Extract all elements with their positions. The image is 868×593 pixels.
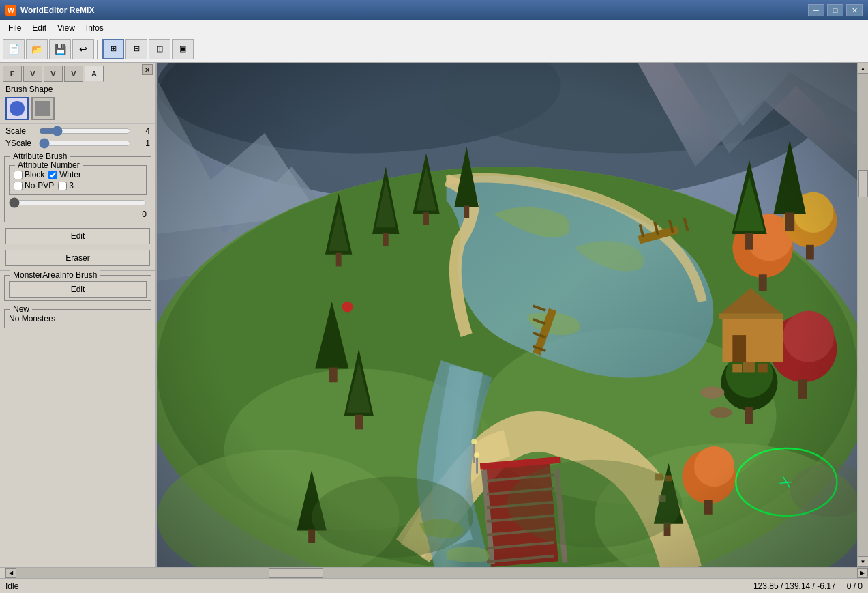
attribute-value-row: 0 — [9, 209, 147, 219]
toolbar: 📄 📂 💾 ↩ ⊞ ⊟ ◫ ▣ — [0, 35, 868, 63]
brush-square-icon — [35, 101, 50, 116]
status-bar: Idle 123.85 / 139.14 / -6.17 0 / 0 — [0, 578, 868, 593]
status-extra: 0 / 0 — [847, 581, 863, 591]
right-scrollbar: ▲ ▼ — [857, 63, 868, 567]
attribute-brush-label: Attribute Brush — [10, 151, 70, 161]
svg-rect-99 — [157, 63, 857, 567]
yscale-slider[interactable] — [39, 139, 131, 148]
tab-v1[interactable]: V — [23, 66, 42, 82]
attribute-number-label: Attribute Number — [15, 160, 83, 170]
side-panel: ✕ F V V V A Brush Shape Scale — [0, 63, 157, 567]
scroll-right-arrow[interactable]: ▶ — [857, 568, 868, 578]
nopvp-checkbox-label[interactable]: No-PVP — [14, 181, 54, 190]
status-idle: Idle — [5, 581, 18, 591]
undo-button[interactable]: ↩ — [72, 39, 94, 59]
new-group-label: New — [10, 304, 32, 314]
attribute-slider[interactable] — [9, 198, 147, 207]
tab-row: F V V V A — [0, 63, 155, 82]
scroll-track[interactable] — [858, 74, 868, 556]
toolbar-mode-group: ⊞ ⊟ ◫ ▣ — [102, 39, 194, 59]
tab-f[interactable]: F — [3, 66, 22, 82]
yscale-slider-row: YScale 1 — [5, 139, 150, 148]
slider-section: Scale 4 YScale 1 — [0, 124, 155, 154]
new-group: New No Monsters — [4, 309, 151, 328]
menu-view[interactable]: View — [52, 22, 80, 34]
block-checkbox[interactable] — [14, 171, 23, 179]
bottom-left-corner — [0, 568, 5, 578]
scroll-down-arrow[interactable]: ▼ — [858, 556, 869, 567]
h-scroll-thumb[interactable] — [269, 568, 323, 578]
open-button[interactable]: 📂 — [26, 39, 48, 59]
mode2-button[interactable]: ⊟ — [125, 39, 147, 59]
scroll-left-arrow[interactable]: ◀ — [5, 568, 16, 578]
title-bar-left: W WorldEditor ReMIX — [5, 5, 94, 16]
edit-button[interactable]: Edit — [5, 228, 150, 244]
monster-area-label: MonsterAreaInfo Brush — [10, 270, 100, 280]
block-label: Block — [25, 170, 44, 179]
yscale-value: 1 — [134, 139, 150, 148]
tab-a[interactable]: A — [85, 66, 104, 82]
attribute-brush-group: Attribute Brush Attribute Number Block W… — [4, 156, 151, 222]
mode3-button[interactable]: ◫ — [149, 39, 170, 59]
yscale-label: YScale — [5, 139, 36, 148]
brush-circle-button[interactable] — [5, 97, 29, 120]
checkbox-row-2: No-PVP 3 — [14, 181, 142, 190]
water-label: Water — [59, 170, 81, 179]
num3-checkbox[interactable] — [58, 182, 67, 190]
scroll-up-arrow[interactable]: ▲ — [858, 63, 869, 74]
brush-circle-icon — [10, 101, 25, 116]
monster-area-group: MonsterAreaInfo Brush Edit — [4, 275, 151, 301]
menu-infos[interactable]: Infos — [80, 22, 109, 34]
menu-file[interactable]: File — [3, 22, 27, 34]
toolbar-separator — [97, 40, 100, 59]
new-button[interactable]: 📄 — [3, 39, 25, 59]
tab-v2[interactable]: V — [44, 66, 63, 82]
menu-bar: File Edit View Infos — [0, 20, 868, 35]
brush-shape-options — [5, 97, 150, 120]
status-coords-group: 123.85 / 139.14 / -6.17 0 / 0 — [753, 581, 863, 591]
scale-slider[interactable] — [39, 126, 131, 136]
no-monsters-text: No Monsters — [9, 313, 147, 325]
scale-slider-row: Scale 4 — [5, 126, 150, 136]
brush-shape-label: Brush Shape — [5, 85, 150, 94]
mode1-button[interactable]: ⊞ — [102, 39, 124, 59]
attribute-number-group: Attribute Number Block Water No-PVP — [9, 165, 147, 195]
world-canvas — [157, 63, 857, 567]
title-controls: ─ □ ✕ — [808, 4, 863, 16]
eraser-button[interactable]: Eraser — [5, 250, 150, 266]
brush-square-button[interactable] — [31, 97, 55, 120]
app-icon: W — [5, 5, 16, 16]
monster-edit-button[interactable]: Edit — [9, 281, 147, 298]
block-checkbox-label[interactable]: Block — [14, 170, 44, 179]
maximize-button[interactable]: □ — [827, 4, 843, 16]
status-coordinates: 123.85 / 139.14 / -6.17 — [753, 581, 836, 591]
bottom-scrollbar-row: ◀ ▶ — [0, 567, 868, 578]
attribute-slider-value: 0 — [142, 209, 147, 219]
num3-label: 3 — [69, 181, 74, 190]
mode4-button[interactable]: ▣ — [172, 39, 194, 59]
menu-edit[interactable]: Edit — [27, 22, 52, 34]
save-button[interactable]: 💾 — [49, 39, 71, 59]
main-area: ✕ F V V V A Brush Shape Scale — [0, 63, 868, 567]
app-title: WorldEditor ReMIX — [20, 5, 94, 15]
tab-v3[interactable]: V — [64, 66, 83, 82]
scroll-thumb[interactable] — [858, 170, 868, 197]
viewport[interactable] — [157, 63, 857, 567]
water-checkbox[interactable] — [48, 171, 57, 179]
nopvp-checkbox[interactable] — [14, 182, 23, 190]
minimize-button[interactable]: ─ — [808, 4, 824, 16]
checkbox-row-1: Block Water — [14, 170, 142, 179]
scale-label: Scale — [5, 126, 36, 136]
toolbar-file-group: 📄 📂 💾 ↩ — [3, 39, 94, 59]
nopvp-label: No-PVP — [25, 181, 54, 190]
title-bar: W WorldEditor ReMIX ─ □ ✕ — [0, 0, 868, 20]
close-button[interactable]: ✕ — [846, 4, 863, 16]
water-checkbox-label[interactable]: Water — [48, 170, 81, 179]
horizontal-scrollbar: ◀ ▶ — [5, 568, 868, 578]
num3-checkbox-label[interactable]: 3 — [58, 181, 74, 190]
attribute-slider-section: 0 — [9, 198, 147, 219]
scale-value: 4 — [134, 126, 150, 136]
h-scroll-track[interactable] — [16, 568, 857, 578]
brush-shape-section: Brush Shape — [0, 82, 155, 124]
panel-close-button[interactable]: ✕ — [142, 64, 153, 75]
